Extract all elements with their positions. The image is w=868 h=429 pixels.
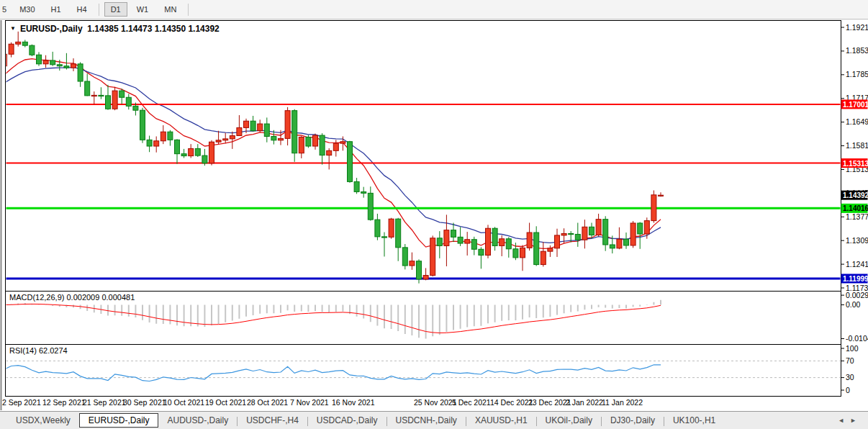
date-axis-label: 5 Dec 2021 — [452, 398, 491, 407]
date-axis-label: 12 Sep 2021 — [42, 398, 86, 407]
date-axis-label: 25 Nov 2021 — [414, 398, 457, 407]
candle — [348, 141, 353, 183]
rsi-axis-label: 70 — [846, 356, 854, 365]
candle — [389, 218, 394, 239]
candle — [112, 87, 117, 110]
chart-symbol-label: EURUSD-,Daily — [20, 24, 83, 34]
price-badge: 1.17001 — [841, 99, 868, 109]
date-axis-label: 14 Dec 2021 — [490, 398, 533, 407]
candle — [402, 244, 407, 269]
rsi-axis-label: 0 — [846, 386, 850, 394]
macd-axis-label: 0.002966 — [846, 291, 868, 299]
tab-usdcad-daily[interactable]: USDCAD-,Daily — [308, 413, 386, 428]
date-axis-label: 2 Sep 2021 — [2, 398, 41, 407]
price-axis-label: 1.12410 — [846, 260, 868, 268]
chart-background — [0, 20, 868, 411]
price-axis-label: 1.19210 — [846, 23, 868, 32]
rsi-axis-label: 30 — [846, 373, 854, 381]
tab-xauusd-h1[interactable]: XAUUSD-,H1 — [466, 413, 536, 428]
svg-text:1.14016: 1.14016 — [843, 204, 868, 212]
rsi-axis-label: 100 — [846, 344, 859, 353]
rsi-indicator-label: RSI(14) 62.0274 — [9, 346, 68, 355]
chart-plot-area[interactable]: 1.192101.185301.178501.171701.164901.158… — [0, 0, 868, 429]
candle — [630, 221, 636, 248]
tab-eurusd-daily[interactable]: EURUSD-,Daily — [79, 413, 159, 428]
date-axis-label: 30 Sep 2021 — [123, 398, 166, 407]
tab-ukoil-daily[interactable]: UKOil-,Daily — [537, 413, 601, 428]
date-axis-label: 2 Jan 2022 — [566, 398, 603, 407]
price-axis-label: 1.17850 — [846, 70, 868, 78]
date-axis-label: 23 Dec 2021 — [528, 398, 571, 407]
chart-ohlc-values: 1.14385 1.14473 1.14350 1.14392 — [87, 24, 220, 34]
price-axis-label: 1.13090 — [846, 236, 868, 245]
macd-indicator-label: MACD(12,26,9) 0.002009 0.000481 — [9, 293, 135, 302]
price-badge: 1.15313 — [841, 158, 868, 168]
tab-usdcnh-daily[interactable]: USDCNH-,Daily — [387, 413, 466, 428]
tab-scroll-left-icon[interactable]: ◄ — [838, 417, 850, 424]
price-axis-label: 1.13770 — [846, 212, 868, 221]
tab-dj30-daily[interactable]: DJ30-,Daily — [602, 413, 664, 428]
price-axis-label: 1.15810 — [846, 141, 868, 150]
date-axis-label: 28 Oct 2021 — [247, 398, 288, 407]
candle — [651, 190, 656, 222]
tab-scroll-arrows: ◄► — [838, 417, 862, 424]
price-badge: 1.11999 — [841, 274, 868, 283]
date-axis-label: 21 Sep 2021 — [83, 398, 126, 407]
tab-scroll-right-icon[interactable]: ► — [850, 417, 862, 424]
date-axis-label: 16 Nov 2021 — [332, 398, 375, 407]
price-axis-label: 1.16490 — [846, 117, 868, 126]
date-axis-label: 7 Nov 2021 — [290, 398, 329, 407]
price-badge: 1.14392 — [841, 191, 868, 200]
macd-axis-label: 0.00 — [846, 300, 861, 309]
candle — [140, 108, 145, 143]
candle — [430, 235, 435, 276]
tab-usdx-weekly[interactable]: USDX,Weekly — [7, 413, 79, 428]
tab-uk100-h1[interactable]: UK100-,H1 — [664, 413, 724, 428]
svg-text:1.15313: 1.15313 — [843, 160, 868, 168]
macd-axis-label: -0.01042 — [846, 334, 868, 343]
tab-audusd-daily[interactable]: AUDUSD-,Daily — [158, 413, 237, 428]
chart-title[interactable]: ▼EURUSD-,Daily 1.14385 1.14473 1.14350 1… — [10, 24, 220, 34]
candle — [209, 140, 214, 166]
candle — [306, 135, 311, 148]
date-axis-label: 11 Jan 2022 — [602, 398, 643, 407]
svg-text:1.17001: 1.17001 — [843, 101, 868, 109]
date-axis-label: 10 Oct 2021 — [163, 398, 204, 407]
instrument-tabbar: USDX,WeeklyEURUSD-,DailyAUDUSD-,DailyUSD… — [0, 411, 868, 429]
date-axis-label: 19 Oct 2021 — [205, 398, 246, 407]
tab-usdchf-h4[interactable]: USDCHF-,H4 — [238, 413, 307, 428]
candle — [534, 226, 539, 266]
candle — [486, 225, 491, 258]
candle — [30, 45, 35, 56]
svg-text:1.11999: 1.11999 — [843, 275, 868, 283]
trading-terminal-window: 5M30H1H4D1W1MN 1.192101.185301.178501.17… — [0, 0, 868, 429]
svg-text:1.14392: 1.14392 — [843, 191, 868, 199]
price-badge: 1.14016 — [841, 204, 868, 213]
chart-dropdown-icon[interactable]: ▼ — [10, 25, 16, 32]
price-axis-label: 1.18530 — [846, 46, 868, 55]
